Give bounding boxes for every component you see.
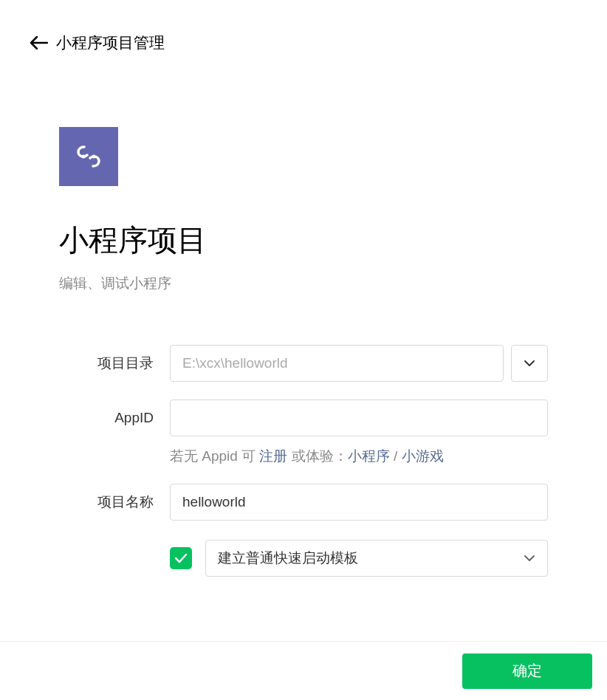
- footer: 确定: [0, 641, 607, 700]
- content: 小程序项目 编辑、调试小程序 项目目录 AppID 若无 Appid: [0, 53, 607, 577]
- project-dir-label: 项目目录: [74, 354, 170, 373]
- header: 小程序项目管理: [0, 0, 607, 53]
- template-checkbox[interactable]: [170, 547, 192, 569]
- header-title: 小程序项目管理: [56, 32, 165, 53]
- project-dir-input[interactable]: [170, 345, 504, 382]
- app-id-row: AppID: [74, 399, 548, 436]
- svg-point-1: [92, 155, 96, 159]
- back-button[interactable]: [30, 33, 49, 52]
- check-icon: [174, 553, 188, 563]
- template-select[interactable]: 建立普通快速启动模板: [205, 540, 548, 577]
- project-name-input[interactable]: [170, 484, 548, 521]
- app-id-hint: 若无 Appid 可 注册 或体验：小程序 / 小游戏: [170, 447, 444, 466]
- miniprogram-link[interactable]: 小程序: [348, 448, 390, 464]
- minigame-link[interactable]: 小游戏: [402, 448, 444, 464]
- project-dir-row: 项目目录: [74, 345, 548, 382]
- app-id-input[interactable]: [170, 399, 548, 436]
- page-title: 小程序项目: [59, 220, 548, 261]
- register-link[interactable]: 注册: [259, 448, 287, 464]
- arrow-left-icon: [30, 36, 48, 49]
- svg-point-0: [82, 155, 86, 159]
- app-icon: [59, 127, 118, 186]
- app-id-hint-row: 若无 Appid 可 注册 或体验：小程序 / 小游戏: [74, 447, 548, 466]
- app-id-label: AppID: [74, 410, 170, 426]
- project-name-row: 项目名称: [74, 484, 548, 521]
- template-select-text: 建立普通快速启动模板: [218, 549, 358, 568]
- template-row: 建立普通快速启动模板: [74, 540, 548, 577]
- chevron-down-icon: [524, 360, 535, 367]
- chevron-down-icon: [524, 555, 535, 562]
- page-subtitle: 编辑、调试小程序: [59, 274, 548, 293]
- project-name-label: 项目名称: [74, 493, 170, 512]
- miniprogram-icon: [73, 141, 104, 172]
- project-dir-dropdown[interactable]: [511, 345, 548, 382]
- form: 项目目录 AppID 若无 Appid 可 注册 或体验：小程序 / 小游戏: [59, 345, 548, 577]
- confirm-button[interactable]: 确定: [462, 653, 592, 689]
